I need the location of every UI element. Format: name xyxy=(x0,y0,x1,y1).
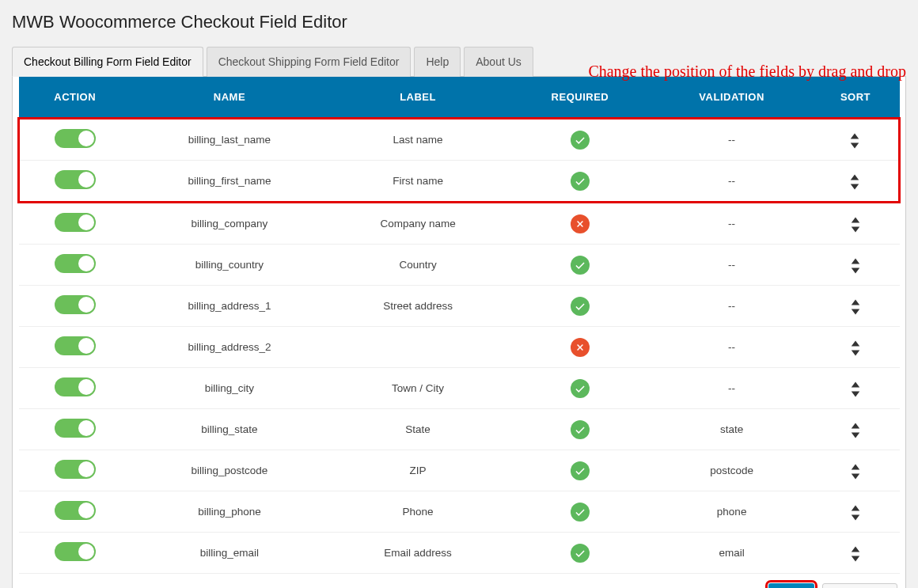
field-label: Company name xyxy=(328,203,508,245)
field-label: Phone xyxy=(328,491,508,533)
field-label: Email address xyxy=(328,533,508,574)
svg-marker-11 xyxy=(852,350,860,355)
check-icon xyxy=(571,172,590,191)
sort-handle-icon[interactable] xyxy=(850,381,861,398)
table-row[interactable]: billing_last_nameLast name-- xyxy=(19,119,900,161)
toggle-switch[interactable] xyxy=(55,254,96,273)
field-label: ZIP xyxy=(328,450,508,491)
toggle-switch[interactable] xyxy=(55,542,96,561)
field-name: billing_country xyxy=(131,245,328,286)
col-validation: Validation xyxy=(652,77,812,119)
col-action: Action xyxy=(19,77,131,119)
field-name: billing_address_1 xyxy=(131,286,328,327)
fields-table: Action Name Label Required Validation So… xyxy=(17,77,901,574)
check-icon xyxy=(571,420,590,439)
field-label: State xyxy=(328,409,508,450)
check-icon xyxy=(571,297,590,316)
table-row[interactable]: billing_postcodeZIPpostcode xyxy=(19,450,900,491)
field-name: billing_city xyxy=(131,368,328,409)
svg-marker-18 xyxy=(852,505,860,510)
annotation-text: Change the position of the fields by dra… xyxy=(588,63,906,81)
field-validation: -- xyxy=(652,327,812,368)
field-validation: -- xyxy=(652,119,812,161)
cross-icon xyxy=(571,214,590,233)
svg-marker-5 xyxy=(852,226,860,232)
field-label: Town / City xyxy=(328,368,508,409)
svg-marker-6 xyxy=(852,258,860,264)
svg-marker-1 xyxy=(851,142,859,148)
reset-button[interactable]: Reset Data xyxy=(822,583,897,588)
toggle-switch[interactable] xyxy=(55,501,96,520)
sort-handle-icon[interactable] xyxy=(850,340,861,357)
field-validation: state xyxy=(652,409,812,450)
table-row[interactable]: billing_address_2-- xyxy=(19,327,900,368)
field-table-container: Action Name Label Required Validation So… xyxy=(12,76,906,588)
sort-handle-icon[interactable] xyxy=(849,173,860,191)
sort-handle-icon[interactable] xyxy=(850,257,861,275)
field-name: billing_phone xyxy=(131,491,328,533)
svg-marker-21 xyxy=(852,556,860,561)
field-validation: -- xyxy=(652,161,812,203)
sort-handle-icon[interactable] xyxy=(850,504,861,522)
tab-billing[interactable]: Checkout Billing Form Field Editor xyxy=(12,47,203,77)
tab-about[interactable]: About Us xyxy=(464,47,533,77)
svg-marker-17 xyxy=(852,473,860,479)
check-icon xyxy=(571,503,590,522)
svg-marker-3 xyxy=(851,184,859,189)
sort-handle-icon[interactable] xyxy=(850,298,861,316)
col-required: Required xyxy=(508,77,652,119)
table-row[interactable]: billing_countryCountry-- xyxy=(19,245,900,286)
tab-shipping[interactable]: Checkout Shipping Form Field Editor xyxy=(207,47,412,77)
svg-marker-10 xyxy=(852,340,860,346)
sort-handle-icon[interactable] xyxy=(850,545,861,563)
col-label: Label xyxy=(328,77,508,119)
svg-marker-0 xyxy=(851,133,859,138)
toggle-switch[interactable] xyxy=(55,295,96,314)
field-validation: -- xyxy=(652,203,812,245)
sort-handle-icon[interactable] xyxy=(850,422,861,439)
toggle-switch[interactable] xyxy=(55,170,96,189)
field-name: billing_postcode xyxy=(131,450,328,491)
field-label: Street address xyxy=(328,286,508,327)
table-row[interactable]: billing_address_1Street address-- xyxy=(19,286,900,327)
toggle-switch[interactable] xyxy=(55,336,96,355)
field-validation: -- xyxy=(652,286,812,327)
field-validation: -- xyxy=(652,245,812,286)
toggle-switch[interactable] xyxy=(55,419,96,438)
field-validation: postcode xyxy=(652,450,812,491)
svg-marker-12 xyxy=(852,381,860,387)
col-name: Name xyxy=(131,77,328,119)
toggle-switch[interactable] xyxy=(55,460,96,479)
field-label: Last name xyxy=(328,119,508,161)
field-name: billing_first_name xyxy=(131,161,328,203)
table-header-row: Action Name Label Required Validation So… xyxy=(19,77,900,119)
table-row[interactable]: billing_cityTown / City-- xyxy=(19,368,900,409)
table-row[interactable]: billing_phonePhonephone xyxy=(19,491,900,533)
svg-marker-4 xyxy=(852,217,860,222)
tab-help[interactable]: Help xyxy=(414,47,461,77)
field-validation: -- xyxy=(652,368,812,409)
field-label: First name xyxy=(328,161,508,203)
field-label xyxy=(328,327,508,368)
sort-handle-icon[interactable] xyxy=(849,132,860,150)
cross-icon xyxy=(571,338,590,357)
toggle-switch[interactable] xyxy=(55,213,96,232)
sort-handle-icon[interactable] xyxy=(850,216,861,233)
table-row[interactable]: billing_stateStatestate xyxy=(19,409,900,450)
svg-marker-7 xyxy=(852,267,860,273)
svg-marker-16 xyxy=(852,464,860,469)
save-button[interactable]: Save xyxy=(768,583,814,588)
toggle-switch[interactable] xyxy=(55,377,96,396)
table-row[interactable]: billing_first_nameFirst name-- xyxy=(19,161,900,203)
field-name: billing_email xyxy=(131,533,328,574)
toggle-switch[interactable] xyxy=(55,129,96,148)
check-icon xyxy=(571,131,590,150)
check-icon xyxy=(571,379,590,398)
field-name: billing_address_2 xyxy=(131,327,328,368)
svg-marker-13 xyxy=(852,391,860,396)
sort-handle-icon[interactable] xyxy=(850,463,861,480)
table-row[interactable]: billing_emailEmail addressemail xyxy=(19,533,900,574)
footer-actions: Save Reset Data xyxy=(13,574,905,588)
table-row[interactable]: billing_companyCompany name-- xyxy=(19,203,900,245)
field-validation: phone xyxy=(652,491,812,533)
